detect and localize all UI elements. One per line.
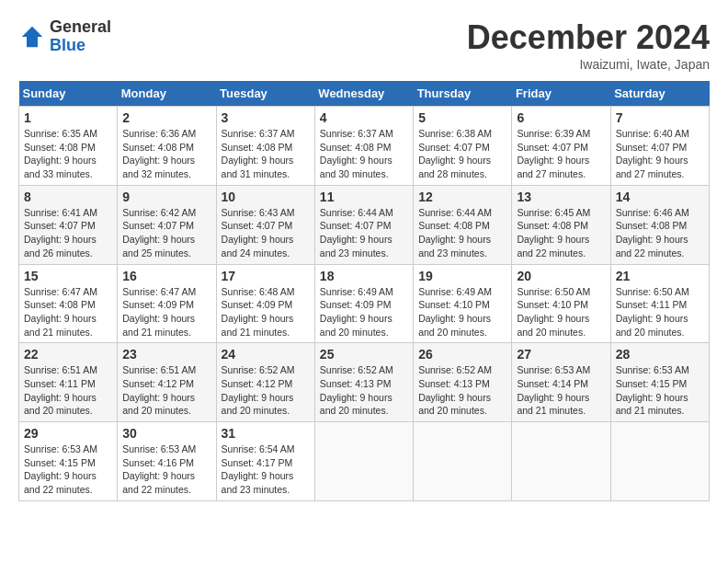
cell-details: Sunrise: 6:53 AMSunset: 4:15 PMDaylight:… (24, 443, 97, 495)
cell-details: Sunrise: 6:53 AMSunset: 4:15 PMDaylight:… (616, 364, 689, 416)
day-number: 6 (517, 110, 605, 125)
day-number: 28 (616, 347, 704, 362)
weekday-header-row: SundayMondayTuesdayWednesdayThursdayFrid… (19, 81, 710, 107)
day-number: 21 (616, 269, 704, 283)
logo-general-text: General (50, 17, 111, 36)
calendar-day-cell: 6 Sunrise: 6:39 AMSunset: 4:07 PMDayligh… (512, 107, 610, 186)
calendar-day-cell: 3 Sunrise: 6:37 AMSunset: 4:08 PMDayligh… (216, 107, 314, 186)
cell-details: Sunrise: 6:50 AMSunset: 4:11 PMDaylight:… (616, 286, 689, 338)
month-title: December 2024 (467, 18, 710, 57)
weekday-header-thursday: Thursday (414, 81, 512, 107)
day-number: 2 (122, 110, 210, 125)
calendar-day-cell: 12 Sunrise: 6:44 AMSunset: 4:08 PMDaylig… (414, 185, 512, 264)
calendar-day-cell: 29 Sunrise: 6:53 AMSunset: 4:15 PMDaylig… (19, 422, 118, 501)
cell-details: Sunrise: 6:40 AMSunset: 4:07 PMDaylight:… (616, 128, 689, 179)
calendar-day-cell: 2 Sunrise: 6:36 AMSunset: 4:08 PMDayligh… (118, 107, 216, 186)
cell-details: Sunrise: 6:35 AMSunset: 4:08 PMDaylight:… (24, 128, 97, 179)
cell-details: Sunrise: 6:51 AMSunset: 4:12 PMDaylight:… (122, 364, 196, 416)
calendar-day-cell: 15 Sunrise: 6:47 AMSunset: 4:08 PMDaylig… (19, 264, 118, 343)
cell-details: Sunrise: 6:48 AMSunset: 4:09 PMDaylight:… (222, 286, 295, 338)
cell-details: Sunrise: 6:49 AMSunset: 4:10 PMDaylight:… (418, 286, 492, 338)
calendar-day-cell: 21 Sunrise: 6:50 AMSunset: 4:11 PMDaylig… (610, 264, 709, 343)
day-number: 26 (418, 347, 506, 362)
calendar-week-row: 22 Sunrise: 6:51 AMSunset: 4:11 PMDaylig… (19, 343, 710, 422)
calendar-day-cell: 11 Sunrise: 6:44 AMSunset: 4:07 PMDaylig… (314, 185, 413, 264)
calendar-day-cell: 16 Sunrise: 6:47 AMSunset: 4:09 PMDaylig… (118, 264, 216, 343)
logo: General Blue (18, 18, 111, 55)
calendar-day-cell: 4 Sunrise: 6:37 AMSunset: 4:08 PMDayligh… (314, 107, 413, 186)
calendar-day-cell: 19 Sunrise: 6:49 AMSunset: 4:10 PMDaylig… (414, 264, 512, 343)
day-number: 8 (24, 190, 112, 204)
day-number: 27 (517, 347, 605, 362)
cell-details: Sunrise: 6:44 AMSunset: 4:07 PMDaylight:… (320, 207, 393, 259)
logo-icon (18, 23, 46, 51)
day-number: 1 (24, 110, 112, 125)
empty-cell (314, 422, 413, 501)
day-number: 4 (320, 110, 408, 125)
day-number: 14 (616, 190, 704, 204)
calendar-table: SundayMondayTuesdayWednesdayThursdayFrid… (18, 81, 710, 501)
calendar-day-cell: 30 Sunrise: 6:53 AMSunset: 4:16 PMDaylig… (118, 422, 216, 501)
cell-details: Sunrise: 6:36 AMSunset: 4:08 PMDaylight:… (122, 128, 196, 179)
cell-details: Sunrise: 6:45 AMSunset: 4:08 PMDaylight:… (517, 207, 590, 259)
day-number: 23 (122, 347, 210, 362)
logo-text: General Blue (50, 18, 111, 55)
cell-details: Sunrise: 6:52 AMSunset: 4:13 PMDaylight:… (320, 364, 393, 416)
day-number: 24 (222, 347, 310, 362)
day-number: 20 (517, 269, 605, 283)
cell-details: Sunrise: 6:52 AMSunset: 4:12 PMDaylight:… (222, 364, 295, 416)
location-text: Iwaizumi, Iwate, Japan (467, 57, 710, 72)
title-block: December 2024 Iwaizumi, Iwate, Japan (467, 18, 710, 72)
calendar-week-row: 15 Sunrise: 6:47 AMSunset: 4:08 PMDaylig… (19, 264, 710, 343)
day-number: 12 (418, 190, 506, 204)
calendar-day-cell: 31 Sunrise: 6:54 AMSunset: 4:17 PMDaylig… (216, 422, 314, 501)
calendar-day-cell: 8 Sunrise: 6:41 AMSunset: 4:07 PMDayligh… (19, 185, 118, 264)
calendar-day-cell: 20 Sunrise: 6:50 AMSunset: 4:10 PMDaylig… (512, 264, 610, 343)
weekday-header-wednesday: Wednesday (314, 81, 413, 107)
day-number: 17 (222, 269, 310, 283)
cell-details: Sunrise: 6:54 AMSunset: 4:17 PMDaylight:… (222, 443, 295, 495)
calendar-day-cell: 14 Sunrise: 6:46 AMSunset: 4:08 PMDaylig… (610, 185, 709, 264)
empty-cell (414, 422, 512, 501)
calendar-day-cell: 18 Sunrise: 6:49 AMSunset: 4:09 PMDaylig… (314, 264, 413, 343)
day-number: 15 (24, 269, 112, 283)
calendar-day-cell: 13 Sunrise: 6:45 AMSunset: 4:08 PMDaylig… (512, 185, 610, 264)
calendar-day-cell: 28 Sunrise: 6:53 AMSunset: 4:15 PMDaylig… (610, 343, 709, 422)
day-number: 13 (517, 190, 605, 204)
cell-details: Sunrise: 6:51 AMSunset: 4:11 PMDaylight:… (24, 364, 97, 416)
cell-details: Sunrise: 6:42 AMSunset: 4:07 PMDaylight:… (122, 207, 196, 259)
cell-details: Sunrise: 6:38 AMSunset: 4:07 PMDaylight:… (418, 128, 492, 179)
day-number: 3 (222, 110, 310, 125)
logo-blue-text: Blue (50, 36, 85, 54)
weekday-header-sunday: Sunday (19, 81, 118, 107)
calendar-day-cell: 5 Sunrise: 6:38 AMSunset: 4:07 PMDayligh… (414, 107, 512, 186)
day-number: 7 (616, 110, 704, 125)
cell-details: Sunrise: 6:53 AMSunset: 4:16 PMDaylight:… (122, 443, 196, 495)
calendar-day-cell: 26 Sunrise: 6:52 AMSunset: 4:13 PMDaylig… (414, 343, 512, 422)
cell-details: Sunrise: 6:53 AMSunset: 4:14 PMDaylight:… (517, 364, 590, 416)
cell-details: Sunrise: 6:50 AMSunset: 4:10 PMDaylight:… (517, 286, 590, 338)
svg-marker-0 (22, 27, 43, 48)
day-number: 30 (122, 426, 210, 441)
weekday-header-saturday: Saturday (610, 81, 709, 107)
weekday-header-monday: Monday (118, 81, 216, 107)
calendar-week-row: 29 Sunrise: 6:53 AMSunset: 4:15 PMDaylig… (19, 422, 710, 501)
cell-details: Sunrise: 6:46 AMSunset: 4:08 PMDaylight:… (616, 207, 689, 259)
day-number: 9 (122, 190, 210, 204)
calendar-day-cell: 25 Sunrise: 6:52 AMSunset: 4:13 PMDaylig… (314, 343, 413, 422)
cell-details: Sunrise: 6:37 AMSunset: 4:08 PMDaylight:… (320, 128, 393, 179)
empty-cell (610, 422, 709, 501)
cell-details: Sunrise: 6:47 AMSunset: 4:08 PMDaylight:… (24, 286, 97, 338)
day-number: 19 (418, 269, 506, 283)
calendar-day-cell: 10 Sunrise: 6:43 AMSunset: 4:07 PMDaylig… (216, 185, 314, 264)
cell-details: Sunrise: 6:37 AMSunset: 4:08 PMDaylight:… (222, 128, 295, 179)
calendar-day-cell: 17 Sunrise: 6:48 AMSunset: 4:09 PMDaylig… (216, 264, 314, 343)
cell-details: Sunrise: 6:44 AMSunset: 4:08 PMDaylight:… (418, 207, 492, 259)
cell-details: Sunrise: 6:49 AMSunset: 4:09 PMDaylight:… (320, 286, 393, 338)
cell-details: Sunrise: 6:47 AMSunset: 4:09 PMDaylight:… (122, 286, 196, 338)
calendar-day-cell: 9 Sunrise: 6:42 AMSunset: 4:07 PMDayligh… (118, 185, 216, 264)
calendar-week-row: 1 Sunrise: 6:35 AMSunset: 4:08 PMDayligh… (19, 107, 710, 186)
day-number: 10 (222, 190, 310, 204)
calendar-day-cell: 1 Sunrise: 6:35 AMSunset: 4:08 PMDayligh… (19, 107, 118, 186)
weekday-header-friday: Friday (512, 81, 610, 107)
